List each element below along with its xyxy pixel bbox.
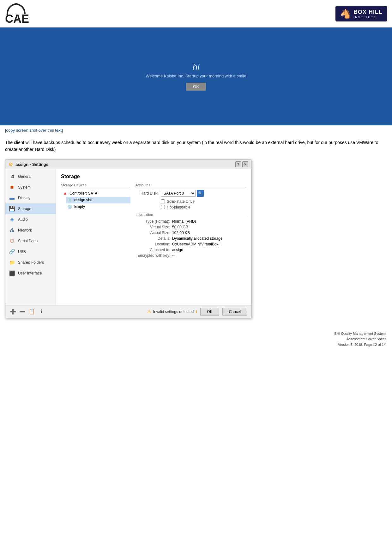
display-icon: ▬ <box>9 195 15 201</box>
body-paragraph: The client will have backups scheduled t… <box>0 133 392 156</box>
dialog-title-text: assign - Settings <box>15 162 48 167</box>
actual-size-row: Actual Size: 102.00 KB <box>136 231 246 235</box>
dialog-main: 🖥 General ■ System ▬ Display 💾 Storage ◈… <box>5 169 251 305</box>
serial-ports-icon: ⬡ <box>9 238 15 244</box>
shared-folders-icon: 📁 <box>9 259 15 266</box>
sidebar-label-network: Network <box>18 228 32 232</box>
bhi-name: BOX HILL <box>353 9 383 15</box>
horse-icon: 🐴 <box>340 9 351 19</box>
attached-to-row: Attached to: assign <box>136 248 246 252</box>
information-label: Information <box>136 213 246 217</box>
cae-letters: CAE <box>5 13 29 25</box>
bhi-text: BOX HILL INSTITUTE <box>353 9 383 19</box>
storage-tree: 🔺 Controller: SATA 💿 assign.vhd 💿 Empty <box>61 190 130 210</box>
location-key: Location: <box>136 242 170 246</box>
sidebar-label-shared-folders: Shared Folders <box>18 260 44 265</box>
solid-state-checkbox[interactable] <box>161 199 165 203</box>
info-storage-button[interactable]: ℹ <box>38 308 45 316</box>
type-format-value: Normal (VHD) <box>172 219 196 224</box>
sidebar-item-storage[interactable]: 💾 Storage <box>5 203 56 214</box>
user-interface-icon: ⬛ <box>9 270 15 276</box>
details-row: Details: Dynamically allocated storage <box>136 236 246 241</box>
warning-icon: ⚠ <box>147 309 151 315</box>
hard-disk-label: Hard Disk: <box>136 191 158 196</box>
banner-ok-button[interactable]: OK <box>186 83 206 91</box>
general-icon: 🖥 <box>9 173 15 180</box>
sidebar-label-usb: USB <box>18 250 26 254</box>
cae-logo: CAE <box>5 3 29 25</box>
hot-pluggable-row: Hot-pluggable <box>161 205 246 209</box>
copy-screen-annotation: [copy screen shot over this text] <box>0 125 392 133</box>
sidebar-item-general[interactable]: 🖥 General <box>5 171 56 182</box>
encrypted-value: -- <box>172 253 175 258</box>
audio-icon: ◈ <box>9 216 15 223</box>
details-value: Dynamically allocated storage <box>172 236 222 241</box>
hard-disk-select-row: SATA Port 0 🔍 <box>161 190 204 197</box>
sidebar-item-serial-ports[interactable]: ⬡ Serial Ports <box>5 236 56 246</box>
sidebar-label-system: System <box>18 185 31 190</box>
empty-label: Empty <box>74 204 85 209</box>
sidebar-item-network[interactable]: 🖧 Network <box>5 225 56 236</box>
solid-state-label: Solid-state Drive <box>167 199 195 204</box>
empty-disc-icon: 💿 <box>67 204 72 209</box>
add-storage-button[interactable]: ➕ <box>9 308 17 316</box>
dialog-titlebar: ⚙ assign - Settings ? ✕ <box>5 160 251 169</box>
footer-right: ⚠ Invalid settings detected ℹ OK Cancel <box>147 308 247 316</box>
storage-icon: 💾 <box>9 206 15 212</box>
titlebar-left: ⚙ assign - Settings <box>9 161 48 167</box>
sidebar-label-serial-ports: Serial Ports <box>18 239 38 243</box>
sidebar-label-audio: Audio <box>18 217 28 222</box>
remove-storage-button[interactable]: ➖ <box>19 308 26 316</box>
actual-size-key: Actual Size: <box>136 231 170 235</box>
hot-pluggable-checkbox[interactable] <box>161 205 165 209</box>
footer-icons: ➕ ➖ 📋 ℹ <box>9 308 45 316</box>
type-format-key: Type (Format): <box>136 219 170 224</box>
sidebar-label-storage: Storage <box>18 207 31 211</box>
empty-item[interactable]: 💿 Empty <box>66 203 130 210</box>
dialog-title-icon: ⚙ <box>9 161 13 167</box>
sata-port-select[interactable]: SATA Port 0 <box>161 190 196 197</box>
vhd-disk-icon: 💿 <box>67 198 72 202</box>
location-value: C:\Users\ADMIN\VirtualBox... <box>172 242 221 246</box>
invalid-settings-notice: ⚠ Invalid settings detected ℹ <box>147 309 197 315</box>
help-button[interactable]: ? <box>235 161 241 167</box>
attributes-label: Attributes <box>136 183 246 188</box>
blue-banner: hi Welcome Kaisha Inc. Startup your morn… <box>0 27 392 125</box>
cancel-button[interactable]: Cancel <box>222 308 247 316</box>
virtual-size-value: 50.00 GB <box>172 225 188 229</box>
footer-line3: Version 5: 2018. Page 12 of 14 <box>0 342 386 348</box>
sidebar-item-user-interface[interactable]: ⬛ User Interface <box>5 268 56 279</box>
bhi-institute: INSTITUTE <box>353 15 383 19</box>
hard-disk-row: Hard Disk: SATA Port 0 🔍 <box>136 190 246 197</box>
ok-button[interactable]: OK <box>200 308 219 316</box>
storage-devices-panel: Storage Devices 🔺 Controller: SATA 💿 ass… <box>61 183 130 259</box>
virtual-size-key: Virtual Size: <box>136 225 170 229</box>
disk-browse-button[interactable]: 🔍 <box>197 190 204 197</box>
dialog-footer: ➕ ➖ 📋 ℹ ⚠ Invalid settings detected ℹ OK… <box>5 305 251 318</box>
type-format-row: Type (Format): Normal (VHD) <box>136 219 246 224</box>
bhi-logo: 🐴 BOX HILL INSTITUTE <box>335 6 387 21</box>
details-key: Details: <box>136 236 170 241</box>
settings-dialog: ⚙ assign - Settings ? ✕ 🖥 General ■ Syst… <box>5 160 251 318</box>
sidebar-item-audio[interactable]: ◈ Audio <box>5 214 56 225</box>
hot-pluggable-label: Hot-pluggable <box>167 205 190 209</box>
sidebar-label-general: General <box>18 174 32 179</box>
titlebar-controls: ? ✕ <box>235 161 248 167</box>
copy-storage-button[interactable]: 📋 <box>28 308 36 316</box>
sidebar-item-shared-folders[interactable]: 📁 Shared Folders <box>5 257 56 268</box>
controller-sata-item[interactable]: 🔺 Controller: SATA <box>61 190 130 197</box>
network-icon: 🖧 <box>9 227 15 233</box>
usb-icon: 🔗 <box>9 249 15 255</box>
sidebar-item-display[interactable]: ▬ Display <box>5 193 56 203</box>
page-footer: BHI Quality Management System Assessment… <box>0 325 392 351</box>
assign-vhd-item[interactable]: 💿 assign.vhd <box>66 197 130 203</box>
system-icon: ■ <box>9 184 15 190</box>
attached-to-value: assign <box>172 248 183 252</box>
attributes-section: Attributes Hard Disk: SATA Port 0 🔍 Soli… <box>136 183 246 259</box>
sidebar-label-display: Display <box>18 196 30 200</box>
sidebar-item-system[interactable]: ■ System <box>5 182 56 193</box>
sidebar-item-usb[interactable]: 🔗 USB <box>5 246 56 257</box>
content-title: Storage <box>61 174 246 179</box>
location-row: Location: C:\Users\ADMIN\VirtualBox... <box>136 242 246 246</box>
close-button[interactable]: ✕ <box>242 161 248 167</box>
